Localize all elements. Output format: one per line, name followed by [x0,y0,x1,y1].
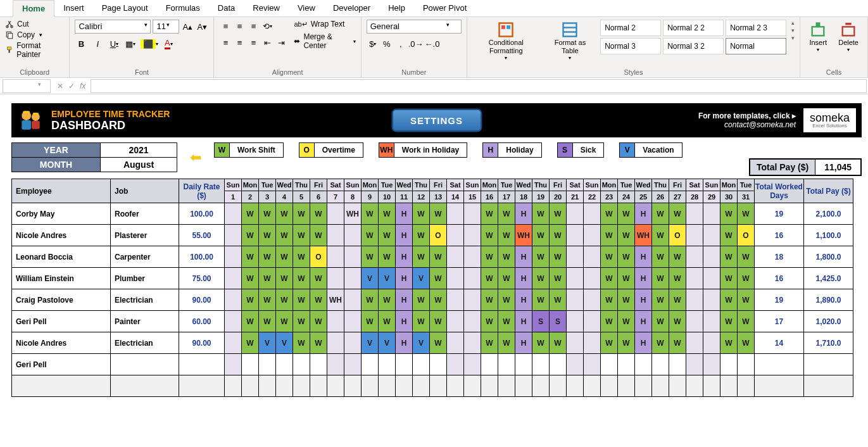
day-cell[interactable] [567,354,584,375]
day-cell[interactable] [686,332,703,354]
day-cell[interactable] [464,311,481,332]
year-value[interactable]: 2021 [101,143,177,157]
day-cell[interactable]: WH [515,225,532,246]
day-cell[interactable]: V [362,332,379,354]
day-cell[interactable]: W [293,311,310,332]
day-cell[interactable]: W [413,289,430,311]
accounting-format-button[interactable]: $▾ [367,37,379,50]
day-cell[interactable]: W [379,225,396,246]
day-cell[interactable] [703,289,720,311]
font-color-button[interactable]: A▾ [162,37,175,50]
day-cell[interactable]: H [635,268,652,289]
day-cell[interactable]: W [310,268,327,289]
day-cell[interactable]: W [259,203,276,225]
grow-font-button[interactable]: A▴ [181,20,194,33]
tab-page-layout[interactable]: Page Layout [93,0,157,16]
day-cell[interactable]: W [481,332,498,354]
tab-power-pivot[interactable]: Power Pivot [414,0,475,16]
day-cell[interactable]: V [413,268,430,289]
shrink-font-button[interactable]: A▾ [196,20,208,33]
day-cell[interactable]: WH [635,225,652,246]
tab-home[interactable]: Home [13,0,54,17]
align-middle-button[interactable]: ≡ [233,20,246,32]
day-cell[interactable] [720,354,738,375]
day-cell[interactable]: W [310,332,327,354]
day-cell[interactable]: W [601,268,618,289]
enter-formula-button[interactable]: ✓ [68,82,75,91]
day-cell[interactable]: W [293,289,310,311]
increase-decimal-button[interactable]: .0→ [408,37,424,50]
day-cell[interactable] [225,225,242,246]
day-cell[interactable] [686,311,703,332]
day-cell[interactable]: W [720,225,738,246]
day-cell[interactable]: W [276,311,293,332]
more-templates-link[interactable]: For more templates, click ▸ [698,111,796,120]
delete-cells-button[interactable]: Delete▾ [834,20,862,54]
day-cell[interactable] [225,203,242,225]
wrap-text-button[interactable]: ab↵Wrap Text [294,20,355,28]
tab-developer[interactable]: Developer [324,0,379,16]
day-cell[interactable]: H [515,332,532,354]
day-cell[interactable]: H [396,289,413,311]
day-cell[interactable]: W [242,289,259,311]
day-cell[interactable]: W [532,203,550,225]
day-cell[interactable] [567,311,584,332]
day-cell[interactable] [635,354,652,375]
tab-view[interactable]: View [289,0,324,16]
day-cell[interactable]: W [601,289,618,311]
day-cell[interactable] [686,354,703,375]
day-cell[interactable]: W [652,246,669,268]
day-cell[interactable] [464,225,481,246]
day-cell[interactable]: W [430,246,447,268]
day-cell[interactable] [225,289,242,311]
day-cell[interactable]: W [481,225,498,246]
indent-decrease-button[interactable]: ⇤ [261,36,274,49]
day-cell[interactable] [703,311,720,332]
day-cell[interactable] [327,268,344,289]
day-cell[interactable] [686,289,703,311]
day-cell[interactable]: W [362,311,379,332]
day-cell[interactable]: W [310,203,327,225]
day-cell[interactable]: W [720,332,738,354]
day-cell[interactable]: W [618,332,635,354]
day-cell[interactable]: W [720,289,738,311]
day-cell[interactable]: W [550,203,567,225]
day-cell[interactable] [430,354,447,375]
day-cell[interactable]: W [379,311,396,332]
day-cell[interactable] [584,268,601,289]
day-cell[interactable] [618,354,635,375]
day-cell[interactable]: W [669,246,686,268]
merge-center-button[interactable]: ⬌Merge & Center▾ [294,32,355,50]
day-cell[interactable] [584,332,601,354]
align-bottom-button[interactable]: ≡ [247,20,260,32]
day-cell[interactable]: W [652,289,669,311]
cancel-formula-button[interactable]: ✕ [57,82,63,91]
day-cell[interactable]: H [396,225,413,246]
cut-button[interactable]: Cut [5,20,29,28]
day-cell[interactable] [584,203,601,225]
day-cell[interactable]: W [738,203,755,225]
day-cell[interactable]: W [362,225,379,246]
fill-color-button[interactable]: ⬛▾ [141,37,158,50]
name-box[interactable]: ▾ [3,79,51,93]
day-cell[interactable]: W [379,203,396,225]
day-cell[interactable] [567,246,584,268]
day-cell[interactable] [550,354,567,375]
day-cell[interactable]: W [481,268,498,289]
decrease-decimal-button[interactable]: ←.0 [425,37,440,50]
day-cell[interactable] [447,225,464,246]
day-cell[interactable]: W [738,246,755,268]
cell-style-option[interactable]: Normal 3 [600,38,661,54]
day-cell[interactable]: H [515,246,532,268]
day-cell[interactable]: W [430,268,447,289]
cell-style-option[interactable]: Normal [726,38,786,54]
day-cell[interactable]: W [498,289,515,311]
align-center-button[interactable]: ≡ [233,36,246,49]
day-cell[interactable]: W [362,246,379,268]
format-painter-button[interactable]: Format Painter [5,41,64,59]
tab-help[interactable]: Help [379,0,414,16]
day-cell[interactable]: W [413,246,430,268]
day-cell[interactable] [225,354,242,375]
day-cell[interactable] [344,332,362,354]
day-cell[interactable]: W [669,268,686,289]
